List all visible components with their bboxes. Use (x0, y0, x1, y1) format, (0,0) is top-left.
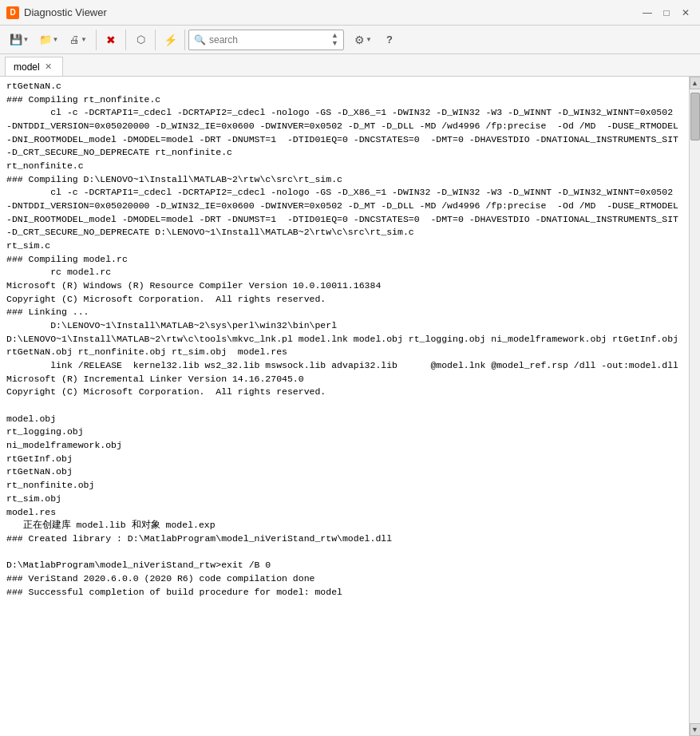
search-up-arrow[interactable]: ▲ (331, 32, 338, 39)
help-button[interactable]: ? (378, 30, 401, 50)
highlight-button[interactable]: ⚡ (159, 30, 181, 50)
scrollbar-track[interactable] (690, 89, 700, 723)
window-title: Diagnostic Viewer (24, 6, 107, 18)
search-icon: 🔍 (194, 34, 206, 46)
settings-button[interactable]: ⚙ ▼ (349, 30, 378, 50)
scroll-up-arrow[interactable]: ▲ (690, 77, 701, 89)
diagnostic-text[interactable]: rtGetNaN.c ### Compiling rt_nonfinite.c … (0, 77, 689, 736)
close-button[interactable]: ✕ (678, 5, 694, 21)
toolbar-group-highlight: ⚡ (159, 30, 185, 50)
app-icon: D (6, 6, 19, 19)
settings-arrow: ▼ (366, 36, 372, 43)
scrollbar[interactable]: ▲ ▼ (689, 77, 700, 736)
save-arrow: ▼ (23, 36, 30, 43)
delete-icon: ✖ (106, 34, 116, 46)
main-content: rtGetNaN.c ### Compiling rt_nonfinite.c … (0, 77, 700, 736)
save-button[interactable]: ▼ (5, 30, 34, 50)
tab-bar: model ✕ (0, 54, 700, 77)
toolbar-group-view: ⬡ (129, 30, 156, 50)
title-bar-left: D Diagnostic Viewer (6, 6, 107, 19)
search-down-arrow[interactable]: ▼ (331, 40, 338, 47)
search-box: 🔍 ▲ ▼ (188, 30, 344, 50)
settings-icon: ⚙ (354, 34, 365, 46)
restore-button[interactable]: □ (658, 5, 674, 21)
search-input[interactable] (209, 34, 328, 46)
scroll-down-arrow[interactable]: ▼ (690, 723, 701, 736)
open-icon: 📁 (39, 34, 52, 46)
delete-button[interactable]: ✖ (100, 30, 122, 50)
tab-model[interactable]: model ✕ (5, 57, 63, 76)
tab-label: model (14, 61, 40, 73)
print-arrow: ▼ (81, 36, 87, 43)
toolbar-group-file: ▼ 📁 ▼ 🖨 ▼ (5, 30, 97, 50)
tab-close-button[interactable]: ✕ (43, 61, 54, 73)
minimize-button[interactable]: — (639, 5, 655, 21)
highlight-icon: ⚡ (164, 34, 177, 46)
scrollbar-thumb[interactable] (690, 93, 700, 140)
print-button[interactable]: 🖨 ▼ (64, 30, 93, 50)
title-bar: D Diagnostic Viewer — □ ✕ (0, 0, 700, 26)
toolbar: ▼ 📁 ▼ 🖨 ▼ ✖ ⬡ ⚡ 🔍 ▲ ▼ ⚙ (0, 26, 700, 54)
filter-button[interactable]: ⬡ (129, 30, 152, 50)
window-controls: — □ ✕ (639, 5, 694, 21)
help-icon: ? (386, 34, 393, 46)
filter-icon: ⬡ (136, 34, 145, 46)
toolbar-group-edit: ✖ (100, 30, 126, 50)
open-arrow: ▼ (53, 36, 59, 43)
print-icon: 🖨 (69, 34, 80, 46)
search-nav: ▲ ▼ (331, 32, 338, 47)
toolbar-group-settings: ⚙ ▼ ? (349, 30, 404, 50)
save-icon (10, 34, 22, 46)
open-button[interactable]: 📁 ▼ (34, 30, 63, 50)
